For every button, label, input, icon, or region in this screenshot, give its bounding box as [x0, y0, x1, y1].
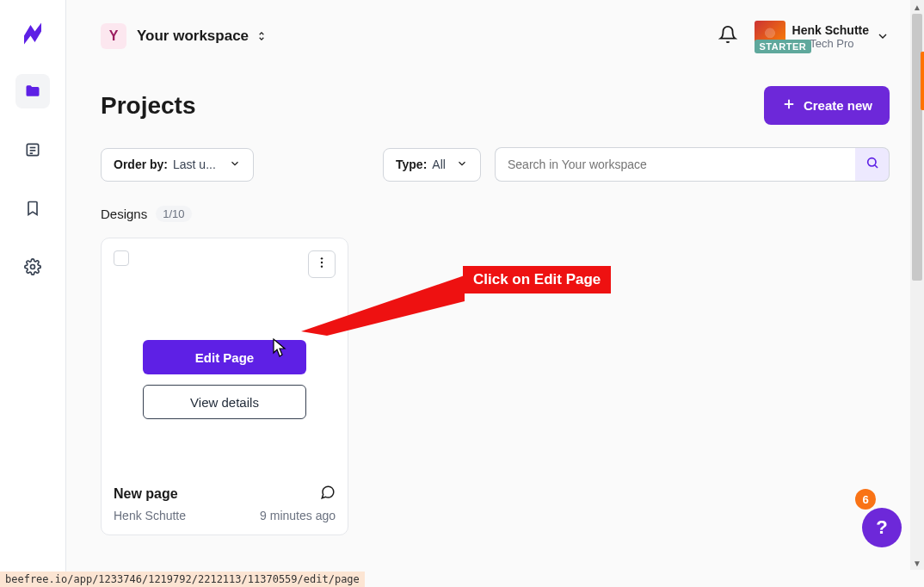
- user-menu[interactable]: STARTER Henk Schutte est Tech Pro: [755, 21, 890, 52]
- design-card[interactable]: Edit Page View details New page Henk Sch…: [101, 238, 348, 535]
- sidebar: [0, 0, 66, 587]
- app-logo: [20, 21, 46, 50]
- plus-icon: [781, 96, 797, 114]
- type-value: All: [432, 158, 446, 171]
- search-button[interactable]: [855, 147, 890, 182]
- card-more-button[interactable]: [308, 250, 336, 278]
- chevron-down-icon: [456, 158, 468, 172]
- user-name: Henk Schutte: [792, 23, 869, 37]
- scroll-up-arrow-icon[interactable]: ▲: [910, 0, 924, 14]
- nav-projects[interactable]: [15, 74, 50, 108]
- order-label: Order by:: [114, 158, 168, 171]
- view-details-button[interactable]: View details: [143, 385, 306, 419]
- page-title: Projects: [101, 92, 196, 120]
- card-author: Henk Schutte: [114, 509, 186, 522]
- plan-badge: STARTER: [755, 40, 812, 53]
- nav-settings[interactable]: [15, 250, 50, 284]
- nav-templates[interactable]: [15, 133, 50, 167]
- dots-vertical-icon: [315, 256, 329, 273]
- svg-point-9: [321, 257, 323, 259]
- chevron-down-icon: [229, 158, 241, 172]
- filters-row: Order by: Last u... Type: All: [101, 147, 890, 182]
- accent-indicator: [921, 52, 924, 110]
- svg-point-4: [31, 265, 35, 269]
- card-title: New page: [114, 486, 178, 502]
- search-input[interactable]: [495, 147, 855, 182]
- svg-line-8: [875, 165, 878, 168]
- nav-bookmark[interactable]: [15, 191, 50, 226]
- order-by-dropdown[interactable]: Order by: Last u...: [101, 148, 254, 182]
- type-dropdown[interactable]: Type: All: [383, 148, 481, 182]
- designs-count: 1/10: [156, 206, 191, 222]
- workspace-name: Your workspace: [137, 28, 249, 45]
- edit-page-button[interactable]: Edit Page: [143, 340, 306, 374]
- workspace-initial: Y: [101, 23, 126, 49]
- notification-count-badge: 6: [855, 489, 876, 510]
- chevron-down-icon: [876, 29, 890, 43]
- svg-point-7: [867, 158, 875, 166]
- notifications-button[interactable]: [718, 25, 737, 47]
- annotation-label: Click on Edit Page: [463, 266, 611, 294]
- order-value: Last u...: [173, 158, 216, 171]
- scroll-down-arrow-icon[interactable]: ▼: [910, 556, 924, 570]
- card-time: 9 minutes ago: [260, 509, 336, 522]
- topbar: Y Your workspace STARTER Henk Schutte: [101, 21, 890, 52]
- workspace-selector[interactable]: Y Your workspace: [101, 23, 268, 49]
- svg-point-10: [321, 262, 323, 263]
- status-bar: beefree.io/app/1233746/1219792/2212113/1…: [0, 572, 365, 587]
- create-new-label: Create new: [804, 98, 872, 113]
- create-new-button[interactable]: Create new: [764, 86, 890, 125]
- comment-icon[interactable]: [320, 485, 336, 504]
- chevron-updown-icon: [256, 30, 268, 42]
- card-checkbox[interactable]: [114, 250, 129, 266]
- help-button[interactable]: ?: [862, 508, 902, 547]
- svg-point-11: [321, 265, 323, 267]
- type-label: Type:: [396, 158, 427, 171]
- main-content: Y Your workspace STARTER Henk Schutte: [66, 0, 924, 587]
- search-icon: [865, 156, 879, 173]
- designs-label: Designs: [101, 207, 147, 221]
